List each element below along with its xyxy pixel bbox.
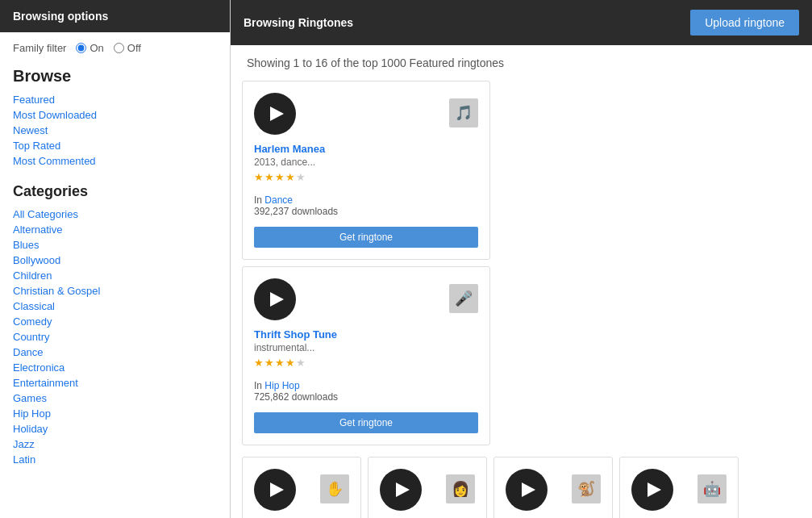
- play-sms-button[interactable]: [254, 469, 296, 511]
- thumb-sms: ✋: [320, 474, 349, 503]
- filter-on-label[interactable]: On: [76, 42, 103, 54]
- harlem-title: Harlem Manea: [254, 143, 478, 155]
- play-android-button[interactable]: [631, 469, 673, 511]
- browsing-ringtones-label: Browsing Ringtones: [244, 16, 353, 29]
- cat-holiday[interactable]: Holiday: [13, 423, 217, 435]
- family-filter: Family filter On Off: [13, 42, 217, 54]
- thrift-downloads: 725,862 downloads: [254, 391, 478, 403]
- harlem-category-link[interactable]: Dance: [264, 194, 293, 206]
- harlem-subtitle: 2013, dance...: [254, 157, 478, 168]
- play-thrift-button[interactable]: [254, 278, 296, 320]
- cat-all[interactable]: All Categories: [13, 208, 217, 220]
- cat-hiphop[interactable]: Hip Hop: [13, 407, 217, 420]
- cat-electronica[interactable]: Electronica: [13, 361, 217, 374]
- filter-off-radio[interactable]: [114, 43, 124, 53]
- thumb-thrift: 🎤: [449, 284, 478, 313]
- ringtone-card-madagascar: 🐒 Madagascar funny, ★★★★★ In Comedy 1,43…: [493, 457, 613, 518]
- ringtone-card-android: 🤖 Android Latest android, cool... ★★★★★ …: [619, 457, 739, 518]
- sidebar-header: Browsing options: [0, 0, 230, 32]
- thumb-android: 🤖: [697, 474, 727, 503]
- cat-christian[interactable]: Christian & Gospel: [13, 285, 217, 297]
- thrift-stars: ★★★★★: [254, 357, 478, 369]
- cat-entertainment[interactable]: Entertainment: [13, 377, 217, 389]
- harlem-get-button[interactable]: Get ringtone: [254, 227, 478, 248]
- category-links: All Categories Alternative Blues Bollywo…: [13, 208, 217, 466]
- cat-alternative[interactable]: Alternative: [13, 223, 217, 236]
- filter-on-radio[interactable]: [76, 43, 86, 53]
- play-hahaha-button[interactable]: [380, 469, 422, 511]
- harlem-downloads: 392,237 downloads: [254, 206, 478, 217]
- cat-latin[interactable]: Latin: [13, 453, 217, 466]
- ringtone-card-sms: ✋ Nice Sms new, sms, soul ★★★★★ In Messa…: [242, 457, 361, 518]
- thrift-title: Thrift Shop Tune: [254, 328, 478, 340]
- cat-classical[interactable]: Classical: [13, 300, 217, 312]
- cat-country[interactable]: Country: [13, 331, 217, 343]
- browse-top-rated[interactable]: Top Rated: [13, 140, 217, 152]
- thrift-get-button[interactable]: Get ringtone: [254, 412, 478, 433]
- filter-off-label[interactable]: Off: [114, 42, 141, 54]
- browse-most-downloaded[interactable]: Most Downloaded: [13, 109, 217, 121]
- ringtone-card-hahaha: 👩 Ha Ha Ha Ha Ha funny, ha, ★★★★★ In Com…: [368, 457, 487, 518]
- thrift-category-link[interactable]: Hip Hop: [264, 380, 299, 391]
- browse-newest[interactable]: Newest: [13, 124, 217, 136]
- thumb-harlem: 🎵: [449, 98, 478, 127]
- thrift-subtitle: instrumental...: [254, 342, 478, 353]
- thrift-category: In Hip Hop: [254, 380, 478, 391]
- play-harlem-button[interactable]: [254, 93, 296, 135]
- family-filter-label: Family filter: [13, 42, 66, 54]
- browse-title: Browse: [13, 67, 217, 86]
- cat-children[interactable]: Children: [13, 269, 217, 282]
- ringtone-card-thrift: 🎤 Thrift Shop Tune instrumental... ★★★★★…: [242, 266, 490, 445]
- ringtone-card-harlem: 🎵 Harlem Manea 2013, dance... ★★★★★ In D…: [242, 81, 490, 260]
- showing-text: Showing 1 to 16 of the top 1000 Featured…: [231, 45, 812, 81]
- thumb-madagascar: 🐒: [572, 474, 601, 503]
- play-madagascar-button[interactable]: [506, 469, 548, 511]
- browse-most-commented[interactable]: Most Commented: [13, 155, 217, 167]
- harlem-stars: ★★★★★: [254, 171, 478, 183]
- browse-featured[interactable]: Featured: [13, 94, 217, 106]
- cat-bollywood[interactable]: Bollywood: [13, 254, 217, 266]
- cat-comedy[interactable]: Comedy: [13, 315, 217, 328]
- cat-games[interactable]: Games: [13, 392, 217, 404]
- cat-jazz[interactable]: Jazz: [13, 438, 217, 450]
- categories-title: Categories: [13, 183, 217, 200]
- main-header: Browsing Ringtones Upload ringtone: [231, 0, 812, 45]
- thumb-hahaha: 👩: [446, 474, 475, 503]
- cat-blues[interactable]: Blues: [13, 239, 217, 251]
- browse-links: Featured Most Downloaded Newest Top Rate…: [13, 94, 217, 167]
- harlem-category: In Dance: [254, 194, 478, 206]
- upload-ringtone-button[interactable]: Upload ringtone: [690, 10, 799, 36]
- cat-dance[interactable]: Dance: [13, 346, 217, 358]
